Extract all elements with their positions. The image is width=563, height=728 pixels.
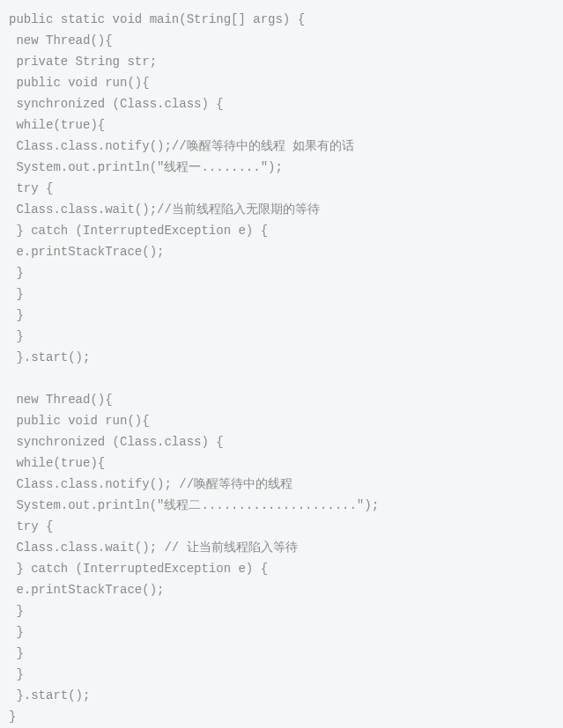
- code-line: }: [9, 262, 554, 283]
- code-line: }: [9, 664, 554, 685]
- code-line: } catch (InterruptedException e) {: [9, 220, 554, 241]
- code-line: Class.class.wait();//当前线程陷入无限期的等待: [9, 199, 554, 220]
- code-line: }: [9, 643, 554, 664]
- code-line: }: [9, 283, 554, 305]
- code-line: }: [9, 621, 554, 643]
- code-line: }.start();: [9, 347, 554, 368]
- code-line: Class.class.notify(); //唤醒等待中的线程: [9, 474, 554, 495]
- code-line: e.printStackTrace();: [9, 579, 554, 600]
- code-line: public void run(){: [9, 410, 554, 431]
- code-line: new Thread(){: [9, 30, 554, 51]
- code-line: private String str;: [9, 51, 554, 72]
- code-line: synchronized (Class.class) {: [9, 431, 554, 452]
- code-line: Class.class.wait(); // 让当前线程陷入等待: [9, 537, 554, 558]
- code-line: }: [9, 600, 554, 621]
- code-line: public void run(){: [9, 72, 554, 93]
- code-line: [9, 368, 554, 389]
- code-line: public static void main(String[] args) {: [9, 9, 554, 30]
- code-line: e.printStackTrace();: [9, 241, 554, 262]
- code-line: synchronized (Class.class) {: [9, 93, 554, 114]
- code-line: System.out.println("线程一........");: [9, 157, 554, 178]
- code-line: Class.class.notify();//唤醒等待中的线程 如果有的话: [9, 136, 554, 157]
- code-line: while(true){: [9, 452, 554, 474]
- code-line: } catch (InterruptedException e) {: [9, 558, 554, 579]
- code-line: new Thread(){: [9, 389, 554, 410]
- code-line: }: [9, 305, 554, 326]
- code-line: try {: [9, 178, 554, 199]
- code-line: }: [9, 326, 554, 347]
- code-line: while(true){: [9, 114, 554, 136]
- code-line: }: [9, 706, 554, 727]
- code-block: public static void main(String[] args) {…: [9, 9, 554, 727]
- code-line: System.out.println("线程二.................…: [9, 495, 554, 516]
- code-line: try {: [9, 516, 554, 537]
- code-line: }.start();: [9, 685, 554, 706]
